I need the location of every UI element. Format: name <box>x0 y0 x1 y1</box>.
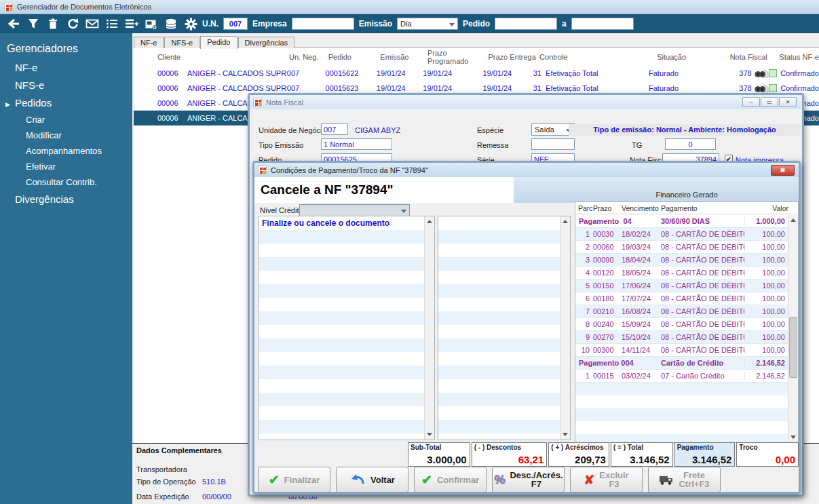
payment-row[interactable]: 7 00210 16/08/24 08 - CARTÃO DE DÉBITO V… <box>575 305 788 318</box>
pedido-de-input[interactable] <box>495 18 557 30</box>
tab-bar: NF-eNFS-ePedidoDivergências <box>134 35 295 48</box>
pedido-label: Pedido <box>463 19 490 28</box>
transportadora-label: Transportadora <box>136 465 187 473</box>
emissao-label: Emissão <box>359 19 392 28</box>
tab-nfs-e[interactable]: NFS-e <box>164 37 199 48</box>
payment-row[interactable]: 3 00090 18/04/24 08 - CARTÃO DE DÉBITO V… <box>575 254 788 267</box>
chevron-down-icon <box>449 23 455 26</box>
detail-list[interactable] <box>438 216 571 440</box>
tg-input[interactable]: 0 <box>665 138 716 150</box>
app-icon <box>4 3 13 12</box>
database-icon[interactable] <box>163 16 179 32</box>
payment-group-row[interactable]: Pagamento 04 30/60/90 DIAS 1.000,00 <box>575 215 788 228</box>
sidebar-item-diverg-ncias[interactable]: Divergências <box>5 193 132 205</box>
scroll-up-icon <box>563 220 568 223</box>
nivel-credito-select[interactable] <box>299 204 410 216</box>
finalizar-button[interactable]: ✔Finalizar <box>258 467 330 492</box>
settings-icon[interactable] <box>183 16 199 32</box>
payment-row[interactable]: 9 00270 15/10/24 08 - CARTÃO DE DÉBITO V… <box>575 331 788 344</box>
scroll-down-icon <box>563 433 568 436</box>
list-add-icon[interactable] <box>123 16 140 32</box>
mail-icon[interactable] <box>84 16 100 32</box>
status-green-box <box>769 69 777 77</box>
payment-group-row[interactable]: Pagamento 004 Cartão de Crédito 2.146,52 <box>575 357 788 370</box>
maximize-button[interactable]: ▭ <box>761 97 778 107</box>
payment-row[interactable]: 1 00030 18/02/24 08 - CARTÃO DE DÉBITO V… <box>575 228 788 241</box>
percent-icon: % <box>494 472 506 487</box>
payment-row[interactable]: 1 00015 03/02/24 07 - Cartão Crédito 2.1… <box>575 370 788 383</box>
tab-pedido[interactable]: Pedido <box>200 36 237 49</box>
payment-row[interactable]: 8 00240 15/09/24 08 - CARTÃO DE DÉBITO V… <box>575 318 788 331</box>
pagamento-titlebar: Condições de Pagamento/Troco da NF "3789… <box>254 163 799 177</box>
grid-header: Cliente Un. Neg. Pedido Emissão Prazo Pr… <box>134 48 819 66</box>
list-icon[interactable] <box>104 16 120 32</box>
check-icon: ✔ <box>269 472 280 488</box>
financeiro-title: Financeiro Gerado <box>575 191 799 199</box>
message-list[interactable]: Finalize ou cancele o documento <box>259 216 435 440</box>
tg-label: TG <box>632 141 642 149</box>
filter-icon[interactable] <box>25 16 41 32</box>
subtotal-box: Sub-Total3.000,00 <box>408 442 470 467</box>
tab-diverg-ncias[interactable]: Divergências <box>238 37 295 48</box>
sidebar-item-modificar[interactable]: Modificar <box>16 130 132 140</box>
close-button[interactable]: ✖ <box>771 165 795 176</box>
scrollbar[interactable] <box>560 216 570 440</box>
print-card-icon[interactable] <box>143 16 159 32</box>
unidade-input[interactable]: 007 <box>321 123 348 135</box>
pagamento-box: Pagamento3.146,52 <box>674 442 736 467</box>
tipo-operacao-value: 510.1B <box>202 478 226 486</box>
tipo-emissao-label: Tipo Emissão <box>259 141 303 149</box>
payment-row[interactable]: 10 00300 14/11/24 08 - CARTÃO DE DÉBITO … <box>575 344 788 357</box>
delete-icon[interactable] <box>45 16 61 32</box>
back-icon[interactable] <box>5 16 22 32</box>
scrollbar[interactable] <box>424 216 434 440</box>
binoculars-icon[interactable] <box>752 69 769 78</box>
sidebar-item-nfs-e[interactable]: NFS-e <box>5 79 132 91</box>
voltar-button[interactable]: Voltar <box>336 467 408 492</box>
sidebar-item-nf-e[interactable]: NF-e <box>5 62 132 73</box>
excluir-button[interactable]: ✘ExcluirF3 <box>570 467 643 492</box>
headline-band: Cancele a NF "37894" <box>254 177 799 203</box>
payment-row[interactable]: 6 00180 17/07/24 08 - CARTÃO DE DÉBITO V… <box>575 292 788 305</box>
undo-icon <box>349 473 366 486</box>
table-row[interactable]: 00006 ANIGER - CALCADOS SUPRIMENTOS E E … <box>134 66 819 81</box>
tipo-emissao-input[interactable]: 1 Normal <box>321 138 392 150</box>
scrollbar[interactable] <box>788 215 798 442</box>
emissao-select[interactable]: Dia <box>397 18 458 30</box>
minimize-button[interactable]: – <box>742 97 760 107</box>
payment-row[interactable]: 2 00060 19/03/24 08 - CARTÃO DE DÉBITO V… <box>575 241 788 254</box>
dialog-icon <box>258 166 267 174</box>
sidebar-item-acompanhamentos[interactable]: Acompanhamentos <box>16 146 132 156</box>
cancel-headline: Cancele a NF "37894" <box>261 182 393 197</box>
sidebar-item-consultar-contrib-[interactable]: Consultar Contrib. <box>16 177 132 187</box>
app-window: Gerenciador de Documentos Eletrónicos U.… <box>0 0 819 504</box>
binoculars-icon[interactable] <box>752 84 769 93</box>
frete-button[interactable]: FreteCtrl+F3 <box>648 467 721 492</box>
payment-row[interactable]: 4 00120 18/05/24 08 - CARTÃO DE DÉBITO V… <box>575 267 788 279</box>
acrescimos-box: ( + ) Acréscimos209,73 <box>548 442 609 467</box>
truck-icon <box>659 474 674 486</box>
a-label: a <box>562 19 567 28</box>
sidebar-item-criar[interactable]: Criar <box>16 115 132 125</box>
un-input[interactable] <box>223 18 248 30</box>
desc-acres-button[interactable]: %Desc./Acrés.F7 <box>492 467 565 492</box>
sidebar-item-pedidos[interactable]: ▶Pedidos <box>5 97 132 109</box>
data-expedicao-value: 00/00/00 <box>202 492 231 501</box>
nota-fiscal-title: Nota Fiscal <box>266 98 303 106</box>
pedido-ate-input[interactable] <box>571 18 634 30</box>
confirmar-button[interactable]: ✔Confirmar <box>414 467 487 492</box>
remessa-input[interactable] <box>531 138 575 150</box>
especie-label: Espécie <box>477 126 503 134</box>
financeiro-table: Parc Prazo Vencimento Pagamento Valor Pa… <box>575 201 799 443</box>
empresa-input[interactable] <box>292 18 354 30</box>
troco-box: Troco0,00 <box>736 442 799 467</box>
sidebar-header: Gerenciadores <box>7 43 132 55</box>
payment-row[interactable]: 5 00150 17/06/24 08 - CARTÃO DE DÉBITO V… <box>575 279 788 292</box>
sidebar-item-efetivar[interactable]: Efetivar <box>16 161 132 172</box>
close-button[interactable]: ✕ <box>779 97 797 107</box>
app-title: Gerenciador de Documentos Eletrónicos <box>17 3 151 11</box>
refresh-icon[interactable] <box>64 16 81 32</box>
dados-title: Dados Complementares <box>136 446 222 454</box>
tab-nf-e[interactable]: NF-e <box>134 37 164 48</box>
footer-buttons: ✔Finalizar Voltar ✔Confirmar %Desc./Acré… <box>258 467 726 492</box>
